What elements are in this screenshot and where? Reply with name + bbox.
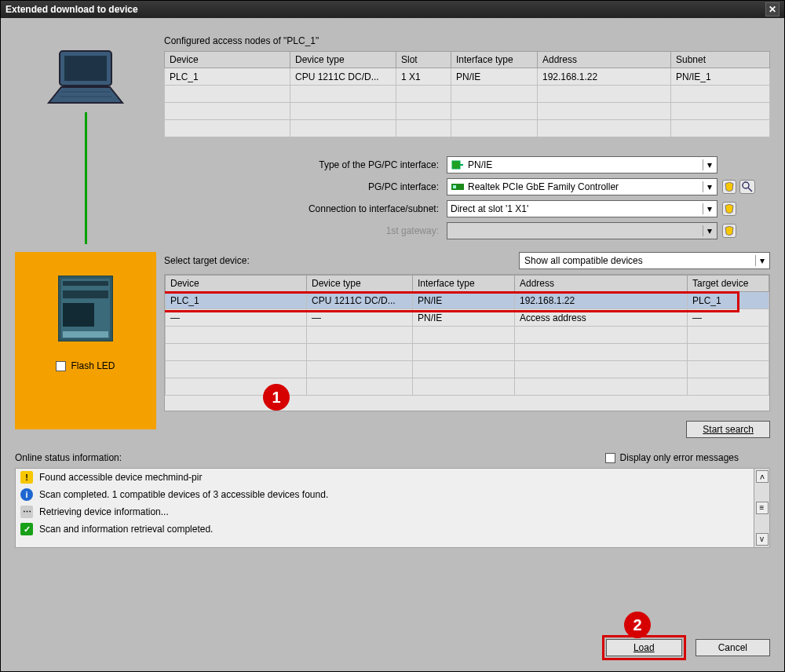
scroll-up-icon[interactable]: ʌ [756,470,769,483]
gateway-combo: ▾ [447,222,717,239]
svg-rect-1 [64,56,107,81]
config-nodes-title: Configured access nodes of "PLC_1" [164,35,770,46]
col-target-device[interactable]: Target device [688,276,769,292]
laptop-icon [42,46,129,109]
status-title: Online status information: [15,452,122,463]
pg-type-combo[interactable]: PN/IE ▾ [447,156,717,173]
extended-download-dialog: Extended download to device ✕ Configure [0,0,785,672]
col-interface-type[interactable]: Interface type [413,276,515,292]
chevron-down-icon: ▾ [755,255,768,266]
select-target-label: Select target device: [164,255,250,266]
search-icon[interactable] [739,180,755,194]
svg-marker-2 [49,87,122,103]
pnie-icon [451,159,465,170]
status-item: ! Found accessible device mechmind-pir [16,469,754,486]
check-icon: ✓ [20,523,33,535]
col-device[interactable]: Device [166,276,307,292]
status-item: ✓ Scan and information retrieval complet… [16,520,754,538]
annotation-callout-2: 2 [624,612,651,638]
pg-type-label: Type of the PG/PC interface: [164,159,447,170]
gateway-label: 1st gateway: [164,225,447,236]
config-nodes-table: Device Device type Slot Interface type A… [164,51,770,137]
annotation-frame-2: Load [602,635,686,660]
svg-rect-5 [452,161,460,169]
nic-icon [451,181,465,192]
pg-if-label: PG/PC interface: [164,181,447,192]
col-subnet[interactable]: Subnet [671,52,770,68]
status-list: ! Found accessible device mechmind-pir i… [15,468,770,548]
flash-led-label: Flash LED [71,360,115,371]
target-row-selected[interactable]: PLC_1 CPU 1211C DC/D... PN/IE 192.168.1.… [166,292,769,309]
svg-line-10 [748,188,752,192]
target-device-table: Device Device type Interface type Addres… [165,275,769,396]
chevron-down-icon: ▾ [703,181,715,192]
close-icon[interactable]: ✕ [765,2,780,16]
titlebar: Extended download to device ✕ [1,1,784,18]
info-icon: i [20,488,33,501]
svg-point-9 [743,182,749,188]
status-item: ⋯ Retrieving device information... [16,503,754,520]
checkbox-icon [56,361,66,371]
shield-icon[interactable] [722,202,736,216]
flash-led-checkbox[interactable]: Flash LED [56,360,115,371]
conn-label: Connection to interface/subnet: [164,203,447,214]
status-scrollbar[interactable]: ʌ ≡ v [754,469,769,547]
col-slot[interactable]: Slot [396,52,451,68]
start-search-button[interactable]: Start search [686,421,770,438]
chevron-down-icon: ▾ [703,203,715,214]
retrieve-icon: ⋯ [20,506,33,518]
col-address[interactable]: Address [515,276,688,292]
col-address[interactable]: Address [538,52,671,68]
shield-icon[interactable] [722,180,736,194]
plc-graphic-panel: Flash LED [15,252,156,429]
col-device[interactable]: Device [165,52,290,68]
load-button[interactable]: Load [606,639,682,656]
chevron-down-icon: ▾ [703,225,715,236]
display-errors-checkbox[interactable]: Display only error messages [605,452,739,463]
col-device-type[interactable]: Device type [290,52,396,68]
svg-rect-8 [453,185,456,188]
target-filter-combo[interactable]: Show all compatible devices ▾ [519,252,770,269]
svg-rect-6 [460,164,463,166]
col-interface-type[interactable]: Interface type [451,52,538,68]
config-row[interactable]: PLC_1 CPU 1211C DC/D... 1 X1 PN/IE 192.1… [165,68,770,86]
scroll-thumb-icon[interactable]: ≡ [756,502,769,514]
checkbox-icon [605,453,615,463]
scroll-down-icon[interactable]: v [756,533,769,546]
plc-icon [58,276,113,341]
window-title: Extended download to device [5,4,138,15]
shield-icon[interactable] [722,224,736,238]
warning-icon: ! [20,471,33,484]
pg-if-combo[interactable]: Realtek PCIe GbE Family Controller ▾ [447,178,717,195]
status-item: i Scan completed. 1 compatible devices o… [16,486,754,503]
left-graphic-column [15,32,156,244]
conn-combo[interactable]: Direct at slot '1 X1' ▾ [447,200,717,217]
chevron-down-icon: ▾ [703,159,715,170]
col-device-type[interactable]: Device type [307,276,413,292]
target-row[interactable]: — — PN/IE Access address — [166,309,769,327]
connection-line [85,112,87,244]
cancel-button[interactable]: Cancel [696,639,770,656]
